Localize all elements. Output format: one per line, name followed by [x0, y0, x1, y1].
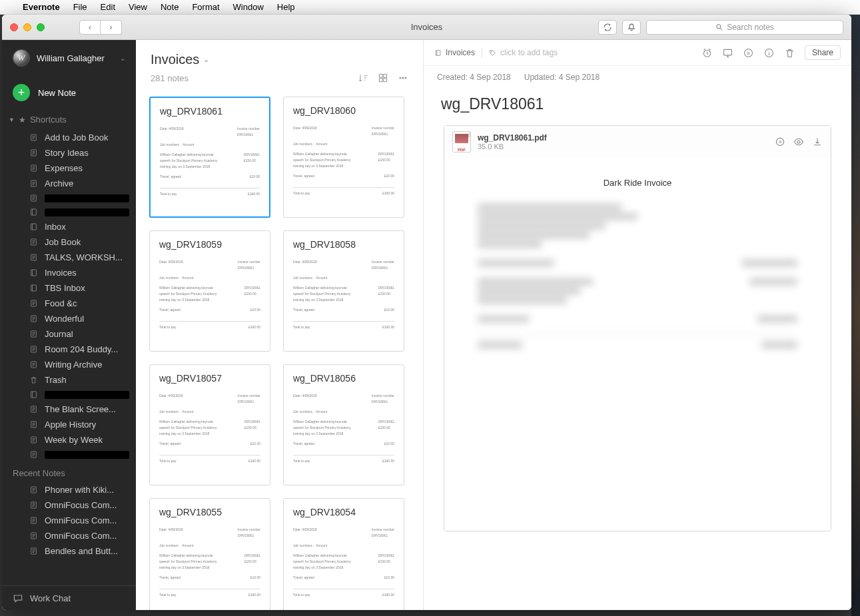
sidebar-recent-item[interactable]: OmniFocus Com...	[2, 513, 136, 528]
sidebar-shortcut-item[interactable]	[2, 205, 136, 219]
sidebar-shortcut-item[interactable]: TALKS, WORKSH...	[2, 250, 136, 265]
sidebar-recent-item[interactable]: OmniFocus Com...	[2, 528, 136, 543]
note-icon	[29, 516, 38, 525]
svg-rect-27	[379, 74, 382, 77]
svg-point-35	[491, 51, 492, 52]
fullscreen-window-button[interactable]	[37, 23, 45, 31]
note-icon	[29, 149, 38, 157]
note-metadata: Created: 4 Sep 2018 Updated: 4 Sep 2018	[424, 66, 851, 89]
user-name: William Gallagher	[37, 53, 105, 63]
sidebar-shortcut-item[interactable]: Inbox	[2, 219, 136, 234]
star-icon: ★	[19, 115, 26, 125]
more-options-button[interactable]	[398, 73, 408, 83]
menubar-window[interactable]: Window	[233, 2, 264, 12]
titlebar: ‹ › Invoices Search notes	[2, 15, 851, 40]
notebook-title-dropdown[interactable]: Invoices ⌄	[151, 52, 408, 67]
breadcrumb-notebook[interactable]: Invoices	[446, 48, 475, 57]
notebook-icon	[29, 390, 38, 399]
note-icon	[29, 485, 38, 494]
download-pdf-button[interactable]	[812, 137, 823, 147]
tag-icon	[489, 49, 496, 57]
sidebar-shortcut-item[interactable]: Add to Job Book	[2, 130, 136, 145]
pdf-preview[interactable]: Dark Ride Invoice	[444, 158, 831, 531]
window-controls	[2, 23, 45, 31]
note-icon	[29, 238, 38, 246]
sidebar-recent-item[interactable]: OmniFocus Com...	[2, 497, 136, 513]
disclosure-triangle-icon: ▼	[9, 117, 15, 123]
sidebar-shortcut-item[interactable]: Room 204 Buddy...	[2, 342, 136, 357]
note-card[interactable]: wg_DRV18058Date: 4/09/2018Invoice number…	[283, 230, 404, 352]
view-mode-button[interactable]	[378, 73, 388, 83]
reminder-button[interactable]	[701, 47, 713, 59]
sidebar-shortcut-item[interactable]	[2, 388, 136, 402]
sidebar-item-label: Add to Job Book	[45, 133, 108, 143]
info-button[interactable]	[763, 47, 775, 59]
share-button[interactable]: Share	[805, 45, 841, 60]
account-menu[interactable]: William Gallagher ⌄	[2, 40, 136, 76]
new-note-button[interactable]: + New Note	[2, 76, 136, 109]
preview-pdf-button[interactable]	[793, 137, 804, 147]
work-chat-button[interactable]: Work Chat	[2, 585, 136, 610]
sidebar-item-label: Writing Archive	[45, 360, 102, 370]
present-button[interactable]	[722, 47, 733, 59]
sidebar-shortcut-item[interactable]: Journal	[2, 326, 136, 342]
menubar-help[interactable]: Help	[277, 2, 295, 12]
menubar-note[interactable]: Note	[161, 2, 179, 12]
sidebar-shortcut-item[interactable]: Wonderful	[2, 311, 136, 326]
note-card[interactable]: wg_DRV18054Date: 4/09/2018Invoice number…	[283, 498, 404, 610]
sidebar-shortcut-item[interactable]: TBS Inbox	[2, 280, 136, 296]
note-card-title: wg_DRV18059	[159, 239, 260, 250]
annotate-pdf-button[interactable]: a	[775, 137, 785, 147]
note-card[interactable]: wg_DRV18057Date: 4/09/2018Invoice number…	[149, 364, 270, 485]
svg-rect-6	[31, 209, 36, 215]
sidebar-shortcut-item[interactable]: Week by Week	[2, 432, 136, 448]
note-card[interactable]: wg_DRV18055Date: 4/09/2018Invoice number…	[149, 498, 270, 610]
note-card[interactable]: wg_DRV18059Date: 4/09/2018Invoice number…	[149, 230, 270, 352]
activity-button[interactable]	[622, 20, 641, 35]
sidebar-shortcut-item[interactable]: Apple History	[2, 417, 136, 432]
sidebar-shortcut-item[interactable]: Expenses	[2, 160, 136, 176]
sync-button[interactable]	[598, 20, 617, 35]
note-card[interactable]: wg_DRV18056Date: 4/09/2018Invoice number…	[283, 364, 404, 485]
sidebar-shortcut-item[interactable]: Story Ideas	[2, 145, 136, 160]
desktop-background	[851, 15, 860, 616]
forward-button[interactable]: ›	[101, 20, 122, 35]
sidebar-shortcut-item[interactable]: Invoices	[2, 265, 136, 280]
sidebar-recent-item[interactable]: Phoner with Kiki...	[2, 482, 136, 497]
sidebar-shortcut-item[interactable]: Food &c	[2, 296, 136, 311]
shortcuts-header[interactable]: ▼ ★ Shortcuts	[2, 109, 136, 130]
sidebar-shortcut-item[interactable]	[2, 448, 136, 462]
sidebar-shortcut-item[interactable]: Writing Archive	[2, 357, 136, 372]
annotate-button[interactable]: a	[743, 47, 754, 59]
chevron-down-icon: ⌄	[120, 55, 125, 62]
svg-rect-37	[724, 49, 732, 55]
pdf-filename[interactable]: wg_DRV18061.pdf	[478, 133, 547, 143]
minimize-window-button[interactable]	[23, 23, 31, 31]
trash-button[interactable]	[784, 47, 795, 59]
note-card[interactable]: wg_DRV18061Date: 4/09/2018Invoice number…	[149, 97, 270, 218]
mac-menubar: Evernote File Edit View Note Format Wind…	[0, 0, 860, 15]
created-date: Created: 4 Sep 2018	[437, 73, 511, 82]
sidebar-shortcut-item[interactable]: Trash	[2, 372, 136, 388]
note-card[interactable]: wg_DRV18060Date: 4/09/2018Invoice number…	[283, 97, 404, 218]
search-input[interactable]: Search notes	[646, 20, 843, 35]
sidebar-shortcut-item[interactable]: The Blank Scree...	[2, 402, 136, 417]
menubar-format[interactable]: Format	[192, 2, 219, 12]
sidebar-shortcut-item[interactable]	[2, 191, 136, 205]
menubar-view[interactable]: View	[129, 2, 147, 12]
close-window-button[interactable]	[10, 23, 18, 31]
menubar-file[interactable]: File	[73, 2, 87, 12]
menubar-app[interactable]: Evernote	[23, 2, 60, 12]
sidebar-shortcut-item[interactable]: Archive	[2, 176, 136, 191]
menubar-edit[interactable]: Edit	[101, 2, 115, 12]
note-title[interactable]: wg_DRV18061	[424, 89, 851, 125]
redacted-label	[45, 451, 129, 459]
sort-button[interactable]	[358, 73, 368, 83]
note-icon	[29, 436, 38, 444]
sidebar-shortcut-item[interactable]: Job Book	[2, 234, 136, 250]
sidebar-recent-item[interactable]: Bendles and Butt...	[2, 543, 136, 559]
back-button[interactable]: ‹	[79, 20, 101, 35]
add-tags-input[interactable]: click to add tags	[500, 48, 558, 57]
note-icon	[29, 360, 38, 369]
plus-icon: +	[13, 84, 30, 101]
